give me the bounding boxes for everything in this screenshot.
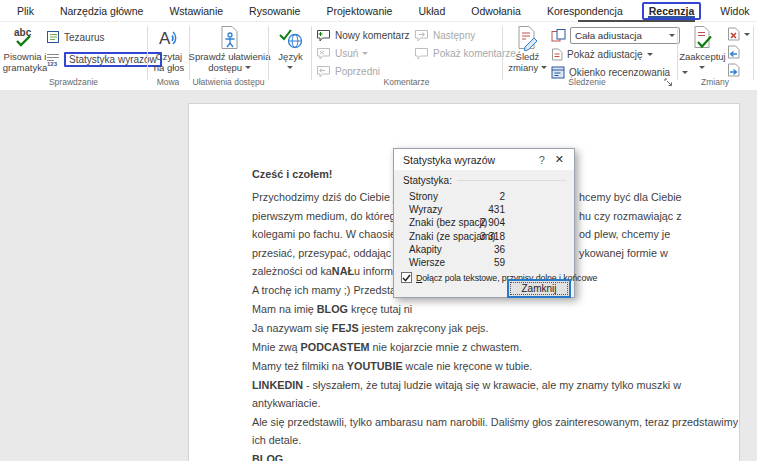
help-icon[interactable]: ? — [531, 154, 553, 166]
group-separator — [502, 26, 503, 80]
chevron-down-icon — [287, 66, 293, 69]
ribbon-tab[interactable]: Odwołania — [464, 2, 528, 20]
markup-pages-icon — [551, 29, 566, 42]
ribbon-tab[interactable]: Recenzja — [642, 2, 702, 20]
statistics-section-label: Statystyka: — [403, 175, 452, 186]
section-divider — [457, 180, 566, 181]
show-comments-button[interactable]: Pokaż komentarze — [414, 45, 516, 61]
document-text-line: Przychodzimy dziś do Ciebie jako — [252, 190, 413, 204]
group-label-changes: Zmiany — [677, 77, 753, 87]
language-button[interactable]: Język — [270, 23, 311, 81]
next-change-icon — [727, 63, 740, 77]
document-text-line: Cześć i czołem! — [252, 167, 332, 181]
checkbox-check-icon[interactable] — [401, 272, 412, 283]
ribbon-tab[interactable]: Rysowanie — [242, 2, 307, 20]
svg-text:123: 123 — [47, 61, 58, 67]
read-aloud-button[interactable]: A Czytaj na głos — [149, 23, 189, 81]
group-label-sprawdzanie: Sprawdzanie — [0, 77, 147, 87]
document-text-line: Mam na imię BLOG kręcę tutaj ni — [252, 302, 412, 316]
group-label-mowa: Mowa — [147, 77, 189, 87]
document-text-line: hcemy być dla Ciebie — [579, 190, 682, 204]
group-label-tracking: Śledzenie — [502, 77, 672, 87]
document-text-line: antykwariacie. — [252, 396, 320, 410]
stat-row: Akapity 36 — [403, 243, 566, 256]
new-comment-icon — [316, 29, 331, 42]
word-count-icon: 123 — [46, 52, 60, 66]
previous-change-icon — [727, 45, 740, 59]
ribbon-tab-bar: PlikNarzędzia główneWstawianieRysowanieP… — [0, 0, 757, 22]
zamknij-button[interactable]: Zamknij — [507, 279, 571, 298]
show-markup-icon — [551, 48, 563, 61]
spelling-check-icon: abc — [11, 25, 39, 51]
stat-row: Wyrazy 431 — [403, 203, 566, 216]
group-label-accessibility: Ułatwienia dostępu — [189, 77, 268, 87]
track-changes-icon — [516, 25, 540, 51]
group-separator — [677, 26, 678, 80]
track-changes-button[interactable]: Śledź zmiany — [505, 23, 550, 81]
markup-display-select[interactable]: Cała adiustacja — [570, 27, 680, 44]
show-comments-icon — [414, 47, 429, 60]
show-markup-button[interactable]: Pokaż adiustację — [551, 46, 653, 62]
chevron-down-icon — [669, 34, 675, 37]
stat-value: 2 — [403, 190, 505, 203]
delete-comment-icon — [316, 47, 331, 60]
next-change-button[interactable] — [727, 62, 740, 78]
close-icon[interactable]: ✕ — [553, 153, 566, 166]
next-comment-button[interactable]: Następny — [414, 27, 475, 43]
thesaurus-button[interactable]: Tezaurus — [46, 29, 105, 45]
stat-row: Wiersze 59 — [403, 256, 566, 269]
group-separator — [268, 26, 269, 80]
markup-display-row: Cała adiustacja — [551, 27, 680, 43]
ribbon-tab[interactable]: Układ — [411, 2, 452, 20]
ribbon-tab[interactable]: Projektowanie — [319, 2, 399, 20]
document-text-line: Mnie zwą PODCASTEM nie kojarzcie mnie z … — [252, 340, 522, 354]
statistics-list: Strony 2 Wyrazy 431 Znaki (bez spacji) 2… — [403, 190, 566, 269]
chevron-down-icon — [245, 66, 251, 69]
tracking-dialog-launcher-icon[interactable] — [664, 78, 673, 87]
ribbon-tab[interactable]: Narzędzia główne — [53, 2, 150, 20]
chevron-down-icon — [541, 66, 547, 69]
language-icon — [278, 25, 304, 51]
document-text-line: hu czy rozmawiając z — [579, 209, 682, 223]
ribbon-tab[interactable]: Wstawianie — [162, 2, 230, 20]
document-text-line: od plew, chcemy je — [579, 227, 670, 241]
dialog-body: Statystyka: Strony 2 Wyrazy 431 Znaki (b… — [394, 170, 574, 297]
reject-change-icon — [727, 27, 740, 41]
previous-change-button[interactable] — [727, 44, 740, 60]
word-count-button[interactable]: 123 Statystyka wyrazów — [46, 51, 162, 67]
stat-value: 59 — [403, 256, 505, 269]
document-text-line: ykowanej formie w — [579, 246, 668, 260]
dialog-titlebar[interactable]: Statystyka wyrazów ? ✕ — [394, 149, 574, 170]
accept-button[interactable]: Zaakceptuj — [679, 23, 726, 81]
ribbon-tab[interactable]: Widok — [713, 2, 756, 20]
document-text-line: BLOG — [252, 452, 283, 461]
ribbon-tab[interactable]: Plik — [10, 2, 41, 20]
thesaurus-icon — [46, 30, 60, 44]
group-separator — [147, 26, 148, 80]
group-separator — [311, 26, 312, 80]
document-text-line: kolegami po fachu. W chaosie inf — [252, 227, 410, 241]
chevron-down-icon — [699, 66, 705, 69]
reject-change-button[interactable] — [727, 26, 750, 42]
previous-comment-icon — [316, 65, 331, 78]
stat-value: 431 — [403, 203, 505, 216]
new-comment-button[interactable]: Nowy komentarz — [316, 27, 409, 43]
document-text-line: Ja nazywam się FEJS jestem zakręcony jak… — [252, 321, 488, 335]
delete-comment-button[interactable]: Usuń — [316, 45, 368, 61]
read-aloud-icon: A — [157, 25, 181, 51]
stat-row: Strony 2 — [403, 190, 566, 203]
stat-row: Znaki (ze spacjami) 3 318 — [403, 230, 566, 243]
stat-value: 36 — [403, 243, 505, 256]
check-accessibility-button[interactable]: Sprawdź ułatwienia dostępu — [191, 23, 268, 81]
stat-value: 3 318 — [403, 230, 505, 243]
chevron-down-icon — [362, 52, 368, 55]
accept-change-icon — [691, 25, 715, 51]
dialog-title: Statystyka wyrazów — [403, 154, 495, 166]
word-count-dialog: Statystyka wyrazów ? ✕ Statystyka: Stron… — [393, 148, 575, 298]
svg-text:A: A — [159, 29, 171, 48]
group-separator — [753, 26, 754, 80]
ribbon-tab[interactable]: Korespondencja — [540, 2, 630, 20]
ribbon: abc Pisownia i gramatyka Tezaurus — [0, 22, 757, 91]
spelling-grammar-button[interactable]: abc Pisownia i gramatyka — [2, 23, 48, 81]
document-text-line: Mamy też filmiki na YOUTUBIE wcale nie k… — [252, 359, 532, 373]
